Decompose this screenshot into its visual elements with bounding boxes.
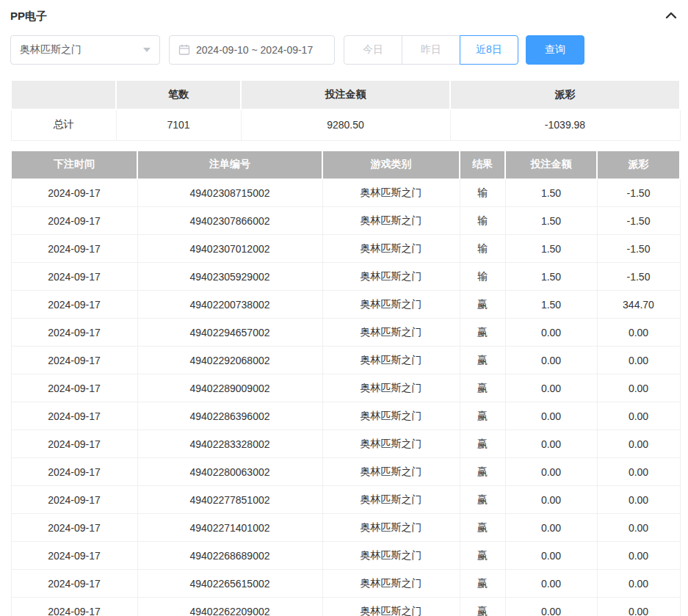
col-header-game-category: 游戏类别 (322, 151, 460, 179)
cell-result: 赢 (460, 486, 505, 514)
summary-header-bet-amount: 投注金额 (241, 80, 450, 109)
table-row: 2024-09-1749402292068002奥林匹斯之门赢0.000.00 (11, 347, 680, 374)
cell-bet-amount: 0.00 (505, 570, 597, 598)
cell-game-category: 奥林匹斯之门 (322, 263, 460, 291)
cell-game-category: 奥林匹斯之门 (322, 458, 460, 486)
cell-game-category: 奥林匹斯之门 (322, 542, 460, 570)
cell-bet-time: 2024-09-17 (11, 207, 137, 235)
table-row: 2024-09-1749402286396002奥林匹斯之门赢0.000.00 (11, 402, 680, 430)
cell-bet-amount: 1.50 (505, 291, 597, 319)
cell-bet-time: 2024-09-17 (11, 347, 137, 374)
cell-order-number: 49402268689002 (137, 542, 322, 570)
cell-result: 赢 (460, 570, 505, 598)
cell-bet-time: 2024-09-17 (11, 598, 137, 616)
cell-order-number: 49402283328002 (137, 430, 322, 458)
cell-result: 赢 (460, 514, 505, 542)
cell-result: 输 (460, 207, 505, 235)
cell-payout: 0.00 (597, 374, 680, 402)
cell-bet-amount: 0.00 (505, 458, 597, 486)
last-8-days-button[interactable]: 近8日 (460, 35, 518, 65)
cell-payout: 0.00 (597, 486, 680, 514)
cell-order-number: 49402294657002 (137, 319, 322, 347)
collapse-panel-button[interactable] (663, 9, 679, 24)
cell-bet-amount: 1.50 (505, 207, 597, 235)
col-header-result: 结果 (460, 151, 505, 179)
cell-bet-time: 2024-09-17 (11, 486, 137, 514)
summary-total-row: 总计 7101 9280.50 -1039.98 (11, 109, 680, 140)
game-select-value: 奥林匹斯之门 (20, 43, 82, 57)
cell-order-number: 49402200738002 (137, 291, 322, 319)
cell-result: 赢 (460, 542, 505, 570)
cell-payout: -1.50 (597, 179, 680, 207)
today-button[interactable]: 今日 (344, 35, 402, 65)
cell-result: 赢 (460, 374, 505, 402)
cell-result: 赢 (460, 319, 505, 347)
table-row: 2024-09-1749402200738002奥林匹斯之门赢1.50344.7… (11, 291, 680, 319)
cell-payout: 0.00 (597, 514, 680, 542)
cell-game-category: 奥林匹斯之门 (322, 291, 460, 319)
cell-result: 赢 (460, 291, 505, 319)
cell-bet-time: 2024-09-17 (11, 514, 137, 542)
cell-game-category: 奥林匹斯之门 (322, 319, 460, 347)
cell-bet-time: 2024-09-17 (11, 291, 137, 319)
col-header-bet-time: 下注时间 (11, 151, 137, 179)
cell-payout: 0.00 (597, 598, 680, 616)
cell-payout: 0.00 (597, 542, 680, 570)
cell-game-category: 奥林匹斯之门 (322, 514, 460, 542)
summary-header-row: 笔数 投注金额 派彩 (11, 80, 680, 109)
cell-order-number: 49402277851002 (137, 486, 322, 514)
cell-order-number: 49402307012002 (137, 235, 322, 263)
table-row: 2024-09-1749402308715002奥林匹斯之门输1.50-1.50 (11, 179, 680, 207)
cell-payout: -1.50 (597, 235, 680, 263)
summary-header-blank (11, 80, 116, 109)
col-header-order-number: 注单编号 (137, 151, 322, 179)
cell-game-category: 奥林匹斯之门 (322, 402, 460, 430)
cell-result: 输 (460, 263, 505, 291)
caret-down-icon (143, 48, 151, 52)
game-select[interactable]: 奥林匹斯之门 (10, 35, 160, 65)
cell-result: 赢 (460, 458, 505, 486)
cell-result: 赢 (460, 598, 505, 616)
cell-bet-amount: 0.00 (505, 430, 597, 458)
cell-order-number: 49402286396002 (137, 402, 322, 430)
table-row: 2024-09-1749402307866002奥林匹斯之门输1.50-1.50 (11, 207, 680, 235)
cell-bet-time: 2024-09-17 (11, 570, 137, 598)
summary-total-payout: -1039.98 (450, 109, 680, 140)
cell-payout: 0.00 (597, 570, 680, 598)
date-range-value: 2024-09-10 ~ 2024-09-17 (196, 44, 313, 56)
cell-payout: 0.00 (597, 319, 680, 347)
cell-bet-amount: 0.00 (505, 402, 597, 430)
cell-result: 输 (460, 179, 505, 207)
summary-header-payout: 派彩 (450, 80, 680, 109)
cell-order-number: 49402280063002 (137, 458, 322, 486)
records-panel: PP电子 奥林匹斯之门 2024-09-10 ~ 2024-09-17 今日 昨… (0, 0, 688, 616)
col-header-payout: 派彩 (597, 151, 680, 179)
query-button[interactable]: 查询 (526, 35, 584, 65)
col-header-bet-amount: 投注金额 (505, 151, 597, 179)
cell-order-number: 49402292068002 (137, 347, 322, 374)
cell-bet-amount: 0.00 (505, 486, 597, 514)
summary-total-count: 7101 (116, 109, 241, 140)
cell-result: 赢 (460, 347, 505, 374)
calendar-icon (178, 44, 190, 56)
cell-game-category: 奥林匹斯之门 (322, 430, 460, 458)
table-row: 2024-09-1749402262209002奥林匹斯之门赢0.000.00 (11, 598, 680, 616)
table-row: 2024-09-1749402294657002奥林匹斯之门赢0.000.00 (11, 319, 680, 347)
cell-result: 输 (460, 235, 505, 263)
yesterday-button[interactable]: 昨日 (402, 35, 460, 65)
cell-bet-amount: 1.50 (505, 263, 597, 291)
cell-order-number: 49402308715002 (137, 179, 322, 207)
table-row: 2024-09-1749402305929002奥林匹斯之门输1.50-1.50 (11, 263, 680, 291)
cell-order-number: 49402262209002 (137, 598, 322, 616)
cell-order-number: 49402305929002 (137, 263, 322, 291)
table-row: 2024-09-1749402283328002奥林匹斯之门赢0.000.00 (11, 430, 680, 458)
cell-bet-time: 2024-09-17 (11, 458, 137, 486)
cell-result: 赢 (460, 430, 505, 458)
filter-bar: 奥林匹斯之门 2024-09-10 ~ 2024-09-17 今日 昨日 近8日… (10, 35, 679, 65)
date-range-input[interactable]: 2024-09-10 ~ 2024-09-17 (169, 35, 335, 65)
cell-game-category: 奥林匹斯之门 (322, 347, 460, 374)
cell-payout: -1.50 (597, 263, 680, 291)
cell-order-number: 49402271401002 (137, 514, 322, 542)
cell-bet-time: 2024-09-17 (11, 319, 137, 347)
cell-bet-amount: 1.50 (505, 235, 597, 263)
